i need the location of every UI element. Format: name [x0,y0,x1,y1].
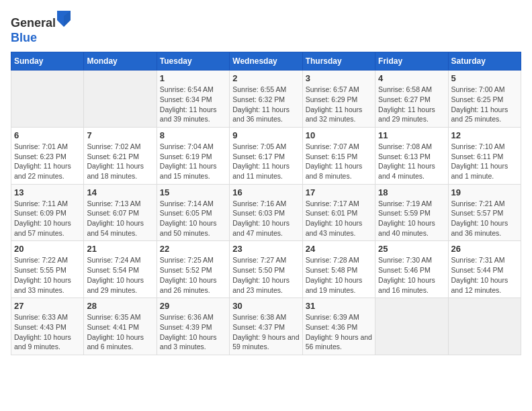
day-number: 17 [306,187,372,197]
calendar-cell: 29Sunrise: 6:36 AM Sunset: 4:39 PM Dayli… [157,298,229,355]
day-number: 8 [160,130,226,140]
logo-blue: Blue [11,31,37,44]
day-info: Sunrise: 7:30 AM Sunset: 5:46 PM Dayligh… [378,255,445,295]
day-number: 16 [232,187,299,197]
day-number: 14 [87,187,153,197]
calendar-cell: 23Sunrise: 7:27 AM Sunset: 5:50 PM Dayli… [230,241,302,298]
day-info: Sunrise: 7:25 AM Sunset: 5:52 PM Dayligh… [160,255,226,295]
day-info: Sunrise: 7:19 AM Sunset: 5:59 PM Dayligh… [378,199,445,238]
calendar-table: SundayMondayTuesdayWednesdayThursdayFrid… [11,52,521,355]
calendar-cell: 1Sunrise: 6:54 AM Sunset: 6:34 PM Daylig… [157,71,229,128]
calendar-cell: 30Sunrise: 6:38 AM Sunset: 4:37 PM Dayli… [230,298,302,355]
day-number: 6 [14,130,81,140]
calendar-cell: 14Sunrise: 7:13 AM Sunset: 6:07 PM Dayli… [84,184,157,241]
calendar-cell: 26Sunrise: 7:31 AM Sunset: 5:44 PM Dayli… [448,241,521,298]
day-number: 30 [232,301,299,311]
logo-general: General [11,16,56,30]
calendar-cell: 27Sunrise: 6:33 AM Sunset: 4:43 PM Dayli… [11,298,84,355]
day-number: 7 [87,130,153,140]
header-row: SundayMondayTuesdayWednesdayThursdayFrid… [11,52,521,71]
day-info: Sunrise: 6:57 AM Sunset: 6:29 PM Dayligh… [306,85,372,124]
calendar-cell: 18Sunrise: 7:19 AM Sunset: 5:59 PM Dayli… [375,184,448,241]
day-info: Sunrise: 6:39 AM Sunset: 4:36 PM Dayligh… [306,312,372,352]
day-info: Sunrise: 7:16 AM Sunset: 6:03 PM Dayligh… [232,199,299,238]
day-number: 1 [160,73,226,83]
day-info: Sunrise: 7:08 AM Sunset: 6:13 PM Dayligh… [378,142,445,181]
calendar-cell: 4Sunrise: 6:58 AM Sunset: 6:27 PM Daylig… [375,71,448,128]
day-number: 28 [87,301,153,311]
calendar-cell: 8Sunrise: 7:04 AM Sunset: 6:19 PM Daylig… [157,127,229,184]
day-number: 12 [451,130,518,140]
calendar-cell: 21Sunrise: 7:24 AM Sunset: 5:54 PM Dayli… [84,241,157,298]
day-info: Sunrise: 7:31 AM Sunset: 5:44 PM Dayligh… [451,255,518,295]
calendar-cell: 31Sunrise: 6:39 AM Sunset: 4:36 PM Dayli… [302,298,375,355]
calendar-cell: 16Sunrise: 7:16 AM Sunset: 6:03 PM Dayli… [230,184,302,241]
day-number: 9 [232,130,299,140]
day-number: 27 [14,301,81,311]
day-number: 25 [378,244,445,254]
day-info: Sunrise: 7:04 AM Sunset: 6:19 PM Dayligh… [160,142,226,181]
day-info: Sunrise: 6:33 AM Sunset: 4:43 PM Dayligh… [14,312,81,352]
day-number: 26 [451,244,518,254]
day-info: Sunrise: 7:14 AM Sunset: 6:05 PM Dayligh… [160,199,226,238]
day-info: Sunrise: 6:58 AM Sunset: 6:27 PM Dayligh… [378,85,445,124]
calendar-cell: 11Sunrise: 7:08 AM Sunset: 6:13 PM Dayli… [375,127,448,184]
logo: General Blue [11,11,71,45]
calendar-cell: 24Sunrise: 7:28 AM Sunset: 5:48 PM Dayli… [302,241,375,298]
day-number: 29 [160,301,226,311]
calendar-cell: 19Sunrise: 7:21 AM Sunset: 5:57 PM Dayli… [448,184,521,241]
header-day-wednesday: Wednesday [230,52,302,71]
day-number: 13 [14,187,81,197]
week-row-3: 13Sunrise: 7:11 AM Sunset: 6:09 PM Dayli… [11,184,521,241]
day-number: 15 [160,187,226,197]
calendar-cell: 2Sunrise: 6:55 AM Sunset: 6:32 PM Daylig… [230,71,302,128]
calendar-cell: 6Sunrise: 7:01 AM Sunset: 6:23 PM Daylig… [11,127,84,184]
day-number: 5 [451,73,518,83]
day-info: Sunrise: 7:13 AM Sunset: 6:07 PM Dayligh… [87,199,153,238]
calendar-cell: 28Sunrise: 6:35 AM Sunset: 4:41 PM Dayli… [84,298,157,355]
day-info: Sunrise: 6:35 AM Sunset: 4:41 PM Dayligh… [87,312,153,352]
calendar-cell: 10Sunrise: 7:07 AM Sunset: 6:15 PM Dayli… [302,127,375,184]
day-info: Sunrise: 6:55 AM Sunset: 6:32 PM Dayligh… [232,85,299,124]
header-day-sunday: Sunday [11,52,84,71]
calendar-cell: 9Sunrise: 7:05 AM Sunset: 6:17 PM Daylig… [230,127,302,184]
day-info: Sunrise: 7:05 AM Sunset: 6:17 PM Dayligh… [232,142,299,181]
day-info: Sunrise: 6:36 AM Sunset: 4:39 PM Dayligh… [160,312,226,352]
calendar-cell: 25Sunrise: 7:30 AM Sunset: 5:46 PM Dayli… [375,241,448,298]
week-row-1: 1Sunrise: 6:54 AM Sunset: 6:34 PM Daylig… [11,71,521,128]
day-number: 20 [14,244,81,254]
header-day-friday: Friday [375,52,448,71]
header-day-saturday: Saturday [448,52,521,71]
day-number: 22 [160,244,226,254]
calendar-cell [84,71,157,128]
day-info: Sunrise: 7:07 AM Sunset: 6:15 PM Dayligh… [306,142,372,181]
day-info: Sunrise: 6:54 AM Sunset: 6:34 PM Dayligh… [160,85,226,124]
week-row-4: 20Sunrise: 7:22 AM Sunset: 5:55 PM Dayli… [11,241,521,298]
day-number: 11 [378,130,445,140]
day-number: 2 [232,73,299,83]
calendar-cell: 22Sunrise: 7:25 AM Sunset: 5:52 PM Dayli… [157,241,229,298]
day-info: Sunrise: 6:38 AM Sunset: 4:37 PM Dayligh… [232,312,299,352]
day-number: 31 [306,301,372,311]
day-info: Sunrise: 7:27 AM Sunset: 5:50 PM Dayligh… [232,255,299,295]
calendar-cell [375,298,448,355]
day-number: 4 [378,73,445,83]
header-day-tuesday: Tuesday [157,52,229,71]
day-number: 23 [232,244,299,254]
day-info: Sunrise: 7:10 AM Sunset: 6:11 PM Dayligh… [451,142,518,181]
day-info: Sunrise: 7:22 AM Sunset: 5:55 PM Dayligh… [14,255,81,295]
day-info: Sunrise: 7:11 AM Sunset: 6:09 PM Dayligh… [14,199,81,238]
day-info: Sunrise: 7:24 AM Sunset: 5:54 PM Dayligh… [87,255,153,295]
day-info: Sunrise: 7:21 AM Sunset: 5:57 PM Dayligh… [451,199,518,238]
week-row-2: 6Sunrise: 7:01 AM Sunset: 6:23 PM Daylig… [11,127,521,184]
day-info: Sunrise: 7:17 AM Sunset: 6:01 PM Dayligh… [306,199,372,238]
day-info: Sunrise: 7:00 AM Sunset: 6:25 PM Dayligh… [451,85,518,124]
day-info: Sunrise: 7:01 AM Sunset: 6:23 PM Dayligh… [14,142,81,181]
day-number: 19 [451,187,518,197]
calendar-cell: 3Sunrise: 6:57 AM Sunset: 6:29 PM Daylig… [302,71,375,128]
day-number: 3 [306,73,372,83]
calendar-cell: 17Sunrise: 7:17 AM Sunset: 6:01 PM Dayli… [302,184,375,241]
calendar-cell: 20Sunrise: 7:22 AM Sunset: 5:55 PM Dayli… [11,241,84,298]
calendar-cell: 5Sunrise: 7:00 AM Sunset: 6:25 PM Daylig… [448,71,521,128]
day-number: 18 [378,187,445,197]
